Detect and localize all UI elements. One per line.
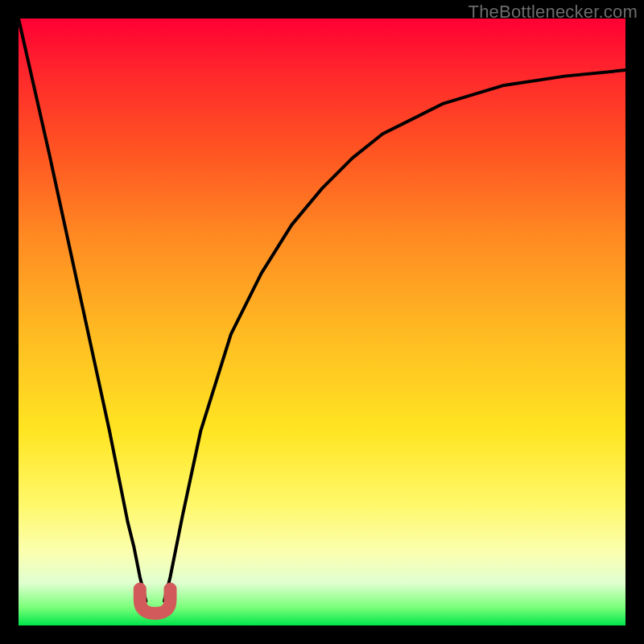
series-left-descent — [19, 19, 146, 601]
series-right-ascent — [164, 70, 625, 601]
minimum-marker — [140, 589, 171, 613]
chart-container: TheBottlenecker.com — [0, 0, 644, 644]
plot-area — [19, 19, 625, 625]
chart-svg — [19, 19, 625, 625]
